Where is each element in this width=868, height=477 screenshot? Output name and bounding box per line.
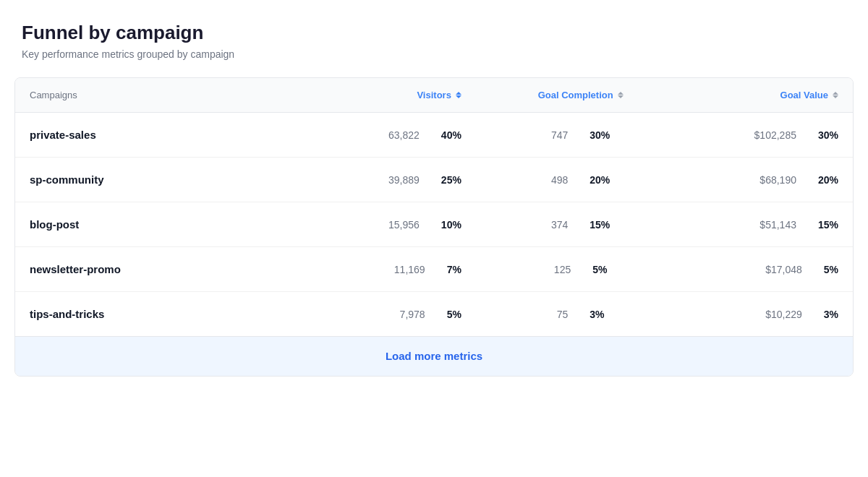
campaign-name-cell: sp-community	[15, 158, 308, 202]
campaign-name: private-sales	[30, 129, 96, 141]
value-amount: $17,048	[765, 264, 802, 275]
value-cell: $102,285 30%	[685, 113, 853, 158]
metrics-table-container: Campaigns Visitors Goal Completion	[14, 77, 854, 377]
goal-cell: 75 3%	[476, 292, 686, 337]
col-header-goal[interactable]: Goal Completion	[476, 78, 686, 113]
campaign-name-cell: newsletter-promo	[15, 247, 308, 292]
visitors-cell: 63,822 40%	[308, 113, 476, 158]
visitors-sort-icon	[456, 92, 461, 98]
metrics-table: Campaigns Visitors Goal Completion	[15, 78, 853, 376]
table-header-row: Campaigns Visitors Goal Completion	[15, 78, 853, 113]
goal-count: 498	[551, 174, 568, 186]
goal-cell: 374 15%	[476, 202, 686, 247]
visitors-pct: 40%	[441, 129, 461, 141]
value-cell: $10,229 3%	[685, 292, 853, 337]
campaign-name-cell: tips-and-tricks	[15, 292, 308, 337]
campaign-name-cell: private-sales	[15, 113, 308, 158]
visitors-count: 63,822	[388, 129, 420, 141]
goal-pct: 30%	[590, 129, 610, 141]
value-cell: $17,048 5%	[685, 247, 853, 292]
goal-pct: 15%	[590, 219, 610, 231]
col-header-campaigns: Campaigns	[15, 78, 308, 113]
goal-sort-icon	[618, 92, 624, 98]
visitors-pct: 7%	[447, 264, 461, 275]
page-title: Funnel by campaign	[22, 22, 854, 44]
value-pct: 3%	[824, 309, 838, 320]
campaign-name: blog-post	[30, 218, 79, 231]
visitors-count: 11,169	[394, 264, 425, 275]
table-row: tips-and-tricks 7,978 5% 75 3% $10,229 3…	[15, 292, 853, 337]
load-more-button[interactable]: Load more metrics	[386, 350, 482, 362]
goal-cell: 125 5%	[476, 247, 686, 292]
visitors-pct: 5%	[447, 309, 461, 320]
goal-count: 747	[551, 129, 568, 141]
visitors-cell: 39,889 25%	[308, 158, 476, 202]
page-subtitle: Key performance metrics grouped by campa…	[22, 48, 854, 60]
visitors-cell: 7,978 5%	[308, 292, 476, 337]
table-row: private-sales 63,822 40% 747 30% $102,28…	[15, 113, 853, 158]
table-row: newsletter-promo 11,169 7% 125 5% $17,04…	[15, 247, 853, 292]
goal-count: 125	[554, 264, 571, 275]
goal-pct: 20%	[590, 174, 610, 186]
value-amount: $51,143	[760, 219, 796, 231]
visitors-pct: 10%	[441, 219, 461, 231]
page-header: Funnel by campaign Key performance metri…	[14, 22, 854, 60]
load-more-row: Load more metrics	[15, 337, 853, 377]
visitors-pct: 25%	[441, 174, 461, 186]
goal-count: 75	[557, 309, 569, 320]
load-more-cell: Load more metrics	[15, 337, 853, 377]
value-pct: 30%	[818, 129, 838, 141]
value-amount: $102,285	[754, 129, 796, 141]
value-pct: 20%	[818, 174, 838, 186]
campaign-name: newsletter-promo	[30, 263, 121, 275]
visitors-cell: 15,956 10%	[308, 202, 476, 247]
col-header-value[interactable]: Goal Value	[685, 78, 853, 113]
visitors-count: 7,978	[400, 309, 425, 320]
value-cell: $51,143 15%	[685, 202, 853, 247]
visitors-count: 15,956	[388, 219, 420, 231]
goal-cell: 498 20%	[476, 158, 686, 202]
goal-cell: 747 30%	[476, 113, 686, 158]
value-cell: $68,190 20%	[685, 158, 853, 202]
col-header-visitors[interactable]: Visitors	[308, 78, 476, 113]
visitors-count: 39,889	[388, 174, 420, 186]
campaign-name: sp-community	[30, 173, 104, 186]
value-pct: 5%	[824, 264, 838, 275]
campaign-name: tips-and-tricks	[30, 308, 104, 320]
campaign-name-cell: blog-post	[15, 202, 308, 247]
table-row: blog-post 15,956 10% 374 15% $51,143 15%	[15, 202, 853, 247]
value-amount: $68,190	[760, 174, 796, 186]
goal-count: 374	[551, 219, 568, 231]
value-sort-icon	[833, 92, 838, 98]
goal-pct: 5%	[592, 264, 607, 275]
table-row: sp-community 39,889 25% 498 20% $68,190 …	[15, 158, 853, 202]
visitors-cell: 11,169 7%	[308, 247, 476, 292]
value-pct: 15%	[818, 219, 838, 231]
value-amount: $10,229	[765, 309, 802, 320]
goal-pct: 3%	[590, 309, 604, 320]
